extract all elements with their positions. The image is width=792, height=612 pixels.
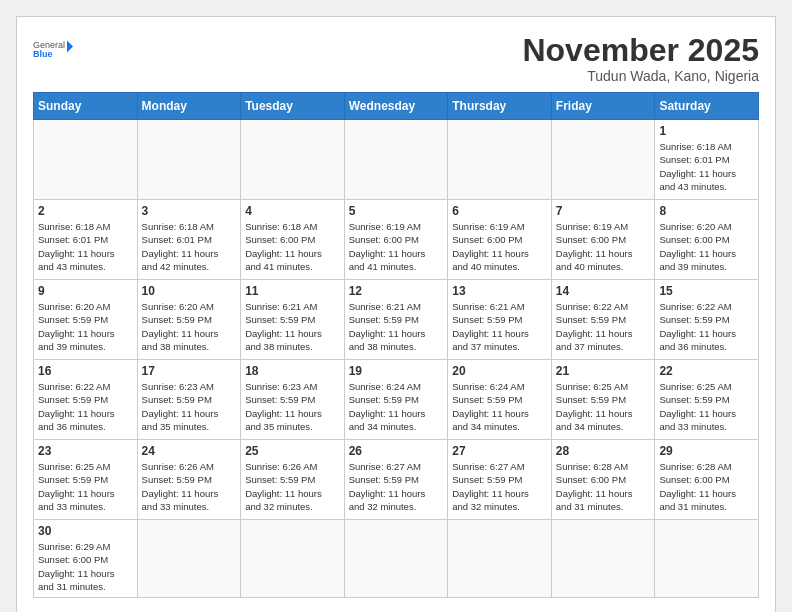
day-cell: 27Sunrise: 6:27 AM Sunset: 5:59 PM Dayli… xyxy=(448,440,552,520)
day-info: Sunrise: 6:25 AM Sunset: 5:59 PM Dayligh… xyxy=(556,380,651,433)
day-cell xyxy=(344,520,448,598)
week-row-5: 23Sunrise: 6:25 AM Sunset: 5:59 PM Dayli… xyxy=(34,440,759,520)
day-info: Sunrise: 6:22 AM Sunset: 5:59 PM Dayligh… xyxy=(659,300,754,353)
day-info: Sunrise: 6:21 AM Sunset: 5:59 PM Dayligh… xyxy=(245,300,340,353)
day-cell: 5Sunrise: 6:19 AM Sunset: 6:00 PM Daylig… xyxy=(344,200,448,280)
week-row-6: 30Sunrise: 6:29 AM Sunset: 6:00 PM Dayli… xyxy=(34,520,759,598)
day-number: 30 xyxy=(38,524,133,538)
day-cell: 10Sunrise: 6:20 AM Sunset: 5:59 PM Dayli… xyxy=(137,280,241,360)
day-info: Sunrise: 6:22 AM Sunset: 5:59 PM Dayligh… xyxy=(38,380,133,433)
day-number: 19 xyxy=(349,364,444,378)
day-cell: 29Sunrise: 6:28 AM Sunset: 6:00 PM Dayli… xyxy=(655,440,759,520)
week-row-2: 2Sunrise: 6:18 AM Sunset: 6:01 PM Daylig… xyxy=(34,200,759,280)
day-cell xyxy=(137,120,241,200)
day-cell: 1Sunrise: 6:18 AM Sunset: 6:01 PM Daylig… xyxy=(655,120,759,200)
day-number: 25 xyxy=(245,444,340,458)
weekday-header-thursday: Thursday xyxy=(448,93,552,120)
day-number: 27 xyxy=(452,444,547,458)
day-cell: 19Sunrise: 6:24 AM Sunset: 5:59 PM Dayli… xyxy=(344,360,448,440)
day-number: 15 xyxy=(659,284,754,298)
day-info: Sunrise: 6:19 AM Sunset: 6:00 PM Dayligh… xyxy=(349,220,444,273)
day-cell xyxy=(655,520,759,598)
weekday-header-monday: Monday xyxy=(137,93,241,120)
weekday-header-wednesday: Wednesday xyxy=(344,93,448,120)
day-info: Sunrise: 6:20 AM Sunset: 5:59 PM Dayligh… xyxy=(38,300,133,353)
day-info: Sunrise: 6:20 AM Sunset: 5:59 PM Dayligh… xyxy=(142,300,237,353)
day-info: Sunrise: 6:27 AM Sunset: 5:59 PM Dayligh… xyxy=(349,460,444,513)
day-cell: 6Sunrise: 6:19 AM Sunset: 6:00 PM Daylig… xyxy=(448,200,552,280)
day-cell: 23Sunrise: 6:25 AM Sunset: 5:59 PM Dayli… xyxy=(34,440,138,520)
day-info: Sunrise: 6:21 AM Sunset: 5:59 PM Dayligh… xyxy=(452,300,547,353)
weekday-header-sunday: Sunday xyxy=(34,93,138,120)
day-number: 9 xyxy=(38,284,133,298)
week-row-3: 9Sunrise: 6:20 AM Sunset: 5:59 PM Daylig… xyxy=(34,280,759,360)
day-info: Sunrise: 6:21 AM Sunset: 5:59 PM Dayligh… xyxy=(349,300,444,353)
day-cell xyxy=(448,120,552,200)
day-cell: 11Sunrise: 6:21 AM Sunset: 5:59 PM Dayli… xyxy=(241,280,345,360)
day-number: 21 xyxy=(556,364,651,378)
day-info: Sunrise: 6:22 AM Sunset: 5:59 PM Dayligh… xyxy=(556,300,651,353)
day-cell xyxy=(551,120,655,200)
day-info: Sunrise: 6:18 AM Sunset: 6:01 PM Dayligh… xyxy=(38,220,133,273)
day-cell xyxy=(344,120,448,200)
day-number: 5 xyxy=(349,204,444,218)
day-cell: 15Sunrise: 6:22 AM Sunset: 5:59 PM Dayli… xyxy=(655,280,759,360)
week-row-4: 16Sunrise: 6:22 AM Sunset: 5:59 PM Dayli… xyxy=(34,360,759,440)
day-cell xyxy=(448,520,552,598)
day-info: Sunrise: 6:20 AM Sunset: 6:00 PM Dayligh… xyxy=(659,220,754,273)
day-info: Sunrise: 6:23 AM Sunset: 5:59 PM Dayligh… xyxy=(142,380,237,433)
day-info: Sunrise: 6:19 AM Sunset: 6:00 PM Dayligh… xyxy=(452,220,547,273)
calendar-container: General Blue November 2025 Tudun Wada, K… xyxy=(16,16,776,612)
weekday-header-saturday: Saturday xyxy=(655,93,759,120)
day-cell: 4Sunrise: 6:18 AM Sunset: 6:00 PM Daylig… xyxy=(241,200,345,280)
day-cell: 16Sunrise: 6:22 AM Sunset: 5:59 PM Dayli… xyxy=(34,360,138,440)
title-section: November 2025 Tudun Wada, Kano, Nigeria xyxy=(522,33,759,84)
day-cell: 18Sunrise: 6:23 AM Sunset: 5:59 PM Dayli… xyxy=(241,360,345,440)
day-cell: 2Sunrise: 6:18 AM Sunset: 6:01 PM Daylig… xyxy=(34,200,138,280)
day-number: 6 xyxy=(452,204,547,218)
day-number: 3 xyxy=(142,204,237,218)
day-number: 2 xyxy=(38,204,133,218)
day-cell: 13Sunrise: 6:21 AM Sunset: 5:59 PM Dayli… xyxy=(448,280,552,360)
day-info: Sunrise: 6:18 AM Sunset: 6:01 PM Dayligh… xyxy=(142,220,237,273)
day-number: 11 xyxy=(245,284,340,298)
day-number: 17 xyxy=(142,364,237,378)
day-cell: 3Sunrise: 6:18 AM Sunset: 6:01 PM Daylig… xyxy=(137,200,241,280)
day-cell: 8Sunrise: 6:20 AM Sunset: 6:00 PM Daylig… xyxy=(655,200,759,280)
day-cell: 20Sunrise: 6:24 AM Sunset: 5:59 PM Dayli… xyxy=(448,360,552,440)
day-info: Sunrise: 6:18 AM Sunset: 6:00 PM Dayligh… xyxy=(245,220,340,273)
day-cell: 30Sunrise: 6:29 AM Sunset: 6:00 PM Dayli… xyxy=(34,520,138,598)
svg-text:Blue: Blue xyxy=(33,49,53,59)
day-number: 18 xyxy=(245,364,340,378)
day-cell: 22Sunrise: 6:25 AM Sunset: 5:59 PM Dayli… xyxy=(655,360,759,440)
week-row-1: 1Sunrise: 6:18 AM Sunset: 6:01 PM Daylig… xyxy=(34,120,759,200)
day-cell xyxy=(241,120,345,200)
day-info: Sunrise: 6:28 AM Sunset: 6:00 PM Dayligh… xyxy=(659,460,754,513)
day-info: Sunrise: 6:26 AM Sunset: 5:59 PM Dayligh… xyxy=(245,460,340,513)
day-cell: 14Sunrise: 6:22 AM Sunset: 5:59 PM Dayli… xyxy=(551,280,655,360)
day-info: Sunrise: 6:25 AM Sunset: 5:59 PM Dayligh… xyxy=(659,380,754,433)
day-number: 14 xyxy=(556,284,651,298)
day-cell xyxy=(551,520,655,598)
weekday-header-friday: Friday xyxy=(551,93,655,120)
day-info: Sunrise: 6:29 AM Sunset: 6:00 PM Dayligh… xyxy=(38,540,133,593)
day-cell: 17Sunrise: 6:23 AM Sunset: 5:59 PM Dayli… xyxy=(137,360,241,440)
day-number: 8 xyxy=(659,204,754,218)
day-number: 28 xyxy=(556,444,651,458)
day-number: 12 xyxy=(349,284,444,298)
weekday-header-row: SundayMondayTuesdayWednesdayThursdayFrid… xyxy=(34,93,759,120)
weekday-header-tuesday: Tuesday xyxy=(241,93,345,120)
day-cell: 28Sunrise: 6:28 AM Sunset: 6:00 PM Dayli… xyxy=(551,440,655,520)
day-cell: 26Sunrise: 6:27 AM Sunset: 5:59 PM Dayli… xyxy=(344,440,448,520)
calendar-table: SundayMondayTuesdayWednesdayThursdayFrid… xyxy=(33,92,759,598)
day-cell xyxy=(241,520,345,598)
day-info: Sunrise: 6:24 AM Sunset: 5:59 PM Dayligh… xyxy=(452,380,547,433)
day-info: Sunrise: 6:27 AM Sunset: 5:59 PM Dayligh… xyxy=(452,460,547,513)
day-number: 4 xyxy=(245,204,340,218)
day-info: Sunrise: 6:28 AM Sunset: 6:00 PM Dayligh… xyxy=(556,460,651,513)
day-info: Sunrise: 6:19 AM Sunset: 6:00 PM Dayligh… xyxy=(556,220,651,273)
day-info: Sunrise: 6:23 AM Sunset: 5:59 PM Dayligh… xyxy=(245,380,340,433)
day-number: 10 xyxy=(142,284,237,298)
day-info: Sunrise: 6:18 AM Sunset: 6:01 PM Dayligh… xyxy=(659,140,754,193)
header-section: General Blue November 2025 Tudun Wada, K… xyxy=(33,33,759,84)
